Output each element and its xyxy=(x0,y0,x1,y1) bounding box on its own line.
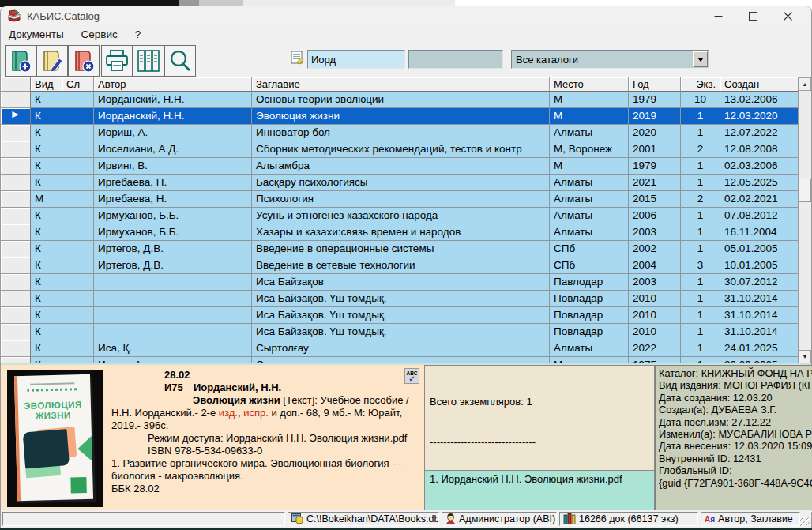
cell-copies: 1 xyxy=(681,291,720,307)
table-row[interactable]: КИса Байзақов. Үш томдық.Повладар2010131… xyxy=(1,307,799,324)
row-selector[interactable] xyxy=(1,141,31,158)
add-record-button[interactable] xyxy=(5,45,36,77)
column-header-title[interactable]: Заглавие xyxy=(252,77,550,92)
card-catalog-button[interactable] xyxy=(133,45,164,77)
resize-grip[interactable] xyxy=(800,517,810,526)
cell-author: Иориш, А. xyxy=(94,125,252,141)
column-header-created[interactable]: Создан xyxy=(720,77,799,92)
records-grid: Вид Сл Автор Заглавие Место Год Экз. Соз… xyxy=(1,77,811,363)
column-header-year[interactable]: Год xyxy=(629,77,681,92)
cell-place: Алматы xyxy=(550,175,629,191)
metadata-line: Каталог: КНИЖНЫЙ ФОНД НА РУ xyxy=(659,367,812,379)
row-selector[interactable] xyxy=(1,92,31,108)
row-selector[interactable] xyxy=(1,158,31,175)
table-row[interactable]: КИргебаева, Н.Басқару психологиясыАлматы… xyxy=(1,175,799,191)
table-row[interactable]: МИргебаева, Н.ПсихологияАлматы2015202.02… xyxy=(1,191,799,208)
dropdown-arrow-icon[interactable] xyxy=(693,51,708,67)
table-row[interactable]: ▶КИорданский, Н.Н.Эволюция жизниМ2019112… xyxy=(1,108,799,125)
table-row[interactable]: КИртегов, Д.В.Введение в сетевые техноло… xyxy=(1,257,799,274)
isbn-line: ISBN 978-5-534-09633-0 xyxy=(148,445,421,457)
table-header: Вид Сл Автор Заглавие Место Год Экз. Соз… xyxy=(1,77,799,92)
attached-file-link[interactable]: 1. Иорданский Н.Н. Эволюция жизни.pdf xyxy=(430,473,649,486)
edit-record-button[interactable] xyxy=(36,45,68,77)
row-selector[interactable] xyxy=(1,241,31,257)
table-row[interactable]: КИса Байзақов. Үш томдық.Повладар2010131… xyxy=(1,324,799,340)
row-selector[interactable] xyxy=(1,175,31,191)
row-selector[interactable] xyxy=(1,224,31,241)
column-header-place[interactable]: Место xyxy=(550,77,629,92)
row-selector[interactable] xyxy=(1,125,31,141)
menu-item-2[interactable]: ? xyxy=(135,28,141,40)
column-header-author[interactable]: Автор xyxy=(94,77,252,92)
print-button[interactable] xyxy=(101,45,133,77)
row-selector[interactable] xyxy=(1,208,31,224)
bbk-line: ББК 28.02 xyxy=(111,483,421,495)
cell-author: Иргебаева, Н. xyxy=(94,191,252,208)
row-selector[interactable]: ▶ xyxy=(1,108,31,125)
column-header-sl[interactable]: Сл xyxy=(62,77,94,92)
cell-vid: К xyxy=(31,257,62,274)
search-button[interactable] xyxy=(164,45,196,77)
row-selector[interactable] xyxy=(1,257,31,274)
column-header-vid[interactable]: Вид xyxy=(31,77,62,92)
menu-item-0[interactable]: Документы xyxy=(9,28,64,40)
table-row[interactable]: КИрмуханов, Б.Б.Хазары и казахи:связь вр… xyxy=(1,224,799,241)
quick-search-input[interactable] xyxy=(307,50,405,69)
classification-number: 28.02 xyxy=(164,369,421,382)
vertical-scrollbar[interactable]: ▲ ▼ xyxy=(798,77,811,363)
cell-sl xyxy=(62,224,94,241)
minimize-button[interactable] xyxy=(701,7,735,24)
table-row[interactable]: КИса БайзақовПавлодар2003130.07.2012 xyxy=(1,274,799,291)
delete-record-button[interactable] xyxy=(68,45,100,77)
column-header-copies[interactable]: Экз. xyxy=(681,77,720,92)
catalog-filter-select[interactable]: Все каталоги xyxy=(511,50,709,69)
cell-title: Альгамбра xyxy=(252,158,550,175)
cell-year: 2019 xyxy=(629,108,681,125)
row-selector[interactable] xyxy=(1,291,31,307)
row-selector[interactable] xyxy=(1,357,31,363)
metadata-line: Вид издания: МОНОГРАФИЯ (КН xyxy=(659,379,812,391)
row-selector[interactable] xyxy=(1,324,31,340)
cell-place: СПб xyxy=(550,257,629,274)
cover-title-line1: ЭВОЛЮЦИЯ xyxy=(15,400,91,412)
secondary-search-input[interactable] xyxy=(408,50,503,69)
cell-created: 12.08.2008 xyxy=(720,141,799,158)
cell-sl xyxy=(62,208,94,224)
table-row[interactable]: КИориш, А.Инноватор болАлматы2020112.07.… xyxy=(1,125,799,141)
cell-year: 2021 xyxy=(629,175,681,191)
table-row[interactable]: КИоселиани, А.Д.Сборник методических рек… xyxy=(1,141,799,158)
database-path-label: C:\!Bokeikhan\DATA\Books.dbx xyxy=(306,513,439,524)
table-row[interactable]: КИса Байзақов. Үш томдық.Повладар2010131… xyxy=(1,291,799,307)
maximize-button[interactable] xyxy=(735,7,770,24)
scroll-thumb[interactable] xyxy=(799,179,811,202)
cell-place: М xyxy=(550,357,629,363)
menu-item-1[interactable]: Сервис xyxy=(81,28,118,40)
table-row[interactable]: КИса, Қ.СыртолғауАлматы2022124.01.2025 xyxy=(1,340,799,357)
cell-year: 2003 xyxy=(629,224,681,241)
table-row[interactable]: КИртегов, Д.В.Введение в операционные си… xyxy=(1,241,799,257)
cell-copies: 10 xyxy=(681,92,720,108)
cell-title: Психология xyxy=(252,191,550,208)
scroll-up-icon[interactable]: ▲ xyxy=(799,77,811,91)
table-row[interactable]: КИсаев, А.СМ1975120.09.2005 xyxy=(1,357,799,363)
row-selector[interactable] xyxy=(1,340,31,357)
metadata-line: Глобальный ID: xyxy=(659,464,812,476)
spellcheck-icon[interactable]: ABC ✓ xyxy=(404,368,419,384)
row-selector[interactable] xyxy=(1,307,31,324)
cell-place: М xyxy=(550,158,629,175)
cell-copies: 1 xyxy=(681,340,720,357)
table-row[interactable]: КИрмуханов, Б.Б.Усунь и этногенез казахс… xyxy=(1,208,799,224)
row-selector[interactable] xyxy=(1,274,31,291)
cell-author: Ирмуханов, Б.Б. xyxy=(94,224,252,241)
scroll-down-icon[interactable]: ▼ xyxy=(799,350,811,363)
close-button[interactable] xyxy=(770,7,805,24)
window-title: КАБИС.Catalog xyxy=(27,10,100,22)
author-heading: Иорданский, Н.Н. xyxy=(194,382,281,393)
row-selector[interactable] xyxy=(1,191,31,208)
table-row[interactable]: КИрвинг, В.АльгамбраМ1979102.03.2006 xyxy=(1,158,799,175)
cell-created: 02.03.2006 xyxy=(720,158,799,175)
title-bar[interactable]: КАБИС.Catalog xyxy=(1,6,811,25)
cell-year: 2006 xyxy=(629,208,681,224)
table-row[interactable]: КИорданский, Н.Н.Основы теории эволюцииМ… xyxy=(1,92,799,108)
cell-place: Павлодар xyxy=(550,274,629,291)
